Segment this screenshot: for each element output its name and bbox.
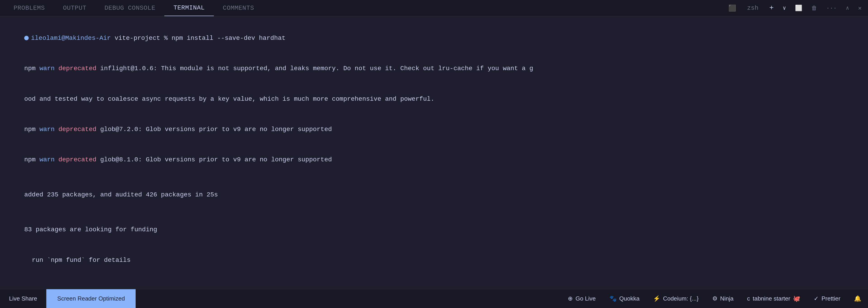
quokka-button[interactable]: 🐾 Quokka	[602, 289, 647, 308]
status-bar-right: ⊕ Go Live 🐾 Quokka ⚡ Codeium: {...} ⚙ Ni…	[561, 289, 868, 308]
prompt-user: ileolami@Makindes-Air	[31, 35, 111, 41]
screen-reader-button[interactable]: Screen Reader Optimized	[46, 289, 135, 308]
tabnine-icon: c	[747, 295, 750, 302]
terminal-chevron-icon[interactable]: ∨	[781, 3, 788, 13]
panel-up-icon[interactable]: ∧	[844, 3, 851, 13]
funding-line-2: run `npm fund` for details	[9, 245, 859, 275]
tab-comments[interactable]: COMMENTS	[214, 0, 263, 16]
warn-package-3: glob@7.2.0: Glob versions prior to v9 ar…	[100, 126, 332, 133]
warn-continuation-text-1: ood and tested way to coalesce async req…	[24, 95, 434, 103]
warn-continuation-1: ood and tested way to coalesce async req…	[9, 84, 859, 114]
deprecated-keyword-4: deprecated	[58, 156, 100, 163]
terminal-dot-blue	[24, 36, 29, 40]
status-bar-left: Live Share Screen Reader Optimized	[0, 289, 135, 308]
vuln-line: 8 low severity vulnerabilities	[9, 280, 859, 289]
status-bar: Live Share Screen Reader Optimized ⊕ Go …	[0, 289, 868, 308]
warn-line-3: npm warn deprecated glob@7.2.0: Glob ver…	[9, 114, 859, 145]
prettier-button[interactable]: ✓ Prettier	[807, 289, 847, 308]
ninja-icon: ⚙	[712, 295, 717, 302]
bell-button[interactable]: 🔔	[847, 289, 868, 308]
tabnine-emoji: 🐙	[793, 295, 800, 302]
npm-text-3: npm	[24, 126, 39, 133]
ninja-button[interactable]: ⚙ Ninja	[706, 289, 740, 308]
npm-text-1: npm	[24, 65, 39, 72]
codeium-button[interactable]: ⚡ Codeium: {...}	[646, 289, 706, 308]
live-share-button[interactable]: Live Share	[0, 289, 46, 308]
bell-icon: 🔔	[854, 295, 861, 302]
npm-text-4: npm	[24, 156, 39, 163]
warn-keyword-4: warn	[39, 156, 58, 163]
terminal-tab-actions: ⬛ zsh + ∨ ⬜ 🗑 ··· ∧ ✕	[726, 1, 864, 15]
new-terminal-button[interactable]: +	[767, 2, 775, 14]
shell-label: zsh	[743, 1, 762, 15]
tabnine-button[interactable]: c tabnine starter 🐙	[740, 289, 807, 308]
quokka-icon: 🐾	[610, 295, 617, 302]
go-live-button[interactable]: ⊕ Go Live	[561, 289, 602, 308]
summary-line: added 235 packages, and audited 426 pack…	[9, 180, 859, 210]
terminal-command-line: ileolami@Makindes-Air vite-project % npm…	[9, 23, 859, 53]
tab-problems[interactable]: PROBLEMS	[4, 0, 54, 16]
more-actions-icon[interactable]: ···	[825, 3, 839, 13]
deprecated-keyword-1: deprecated	[58, 65, 100, 72]
codeium-icon: ⚡	[653, 295, 660, 302]
warn-package-1: inflight@1.0.6: This module is not suppo…	[100, 65, 533, 72]
prompt-dir: vite-project	[111, 35, 160, 41]
deprecated-keyword-3: deprecated	[58, 126, 100, 133]
tab-debug-console[interactable]: DEBUG CONSOLE	[95, 0, 164, 16]
tab-bar: PROBLEMS OUTPUT DEBUG CONSOLE TERMINAL C…	[0, 0, 868, 16]
command-text: npm install --save-dev hardhat	[172, 35, 285, 41]
terminal-icon: ⬛	[726, 2, 738, 14]
tab-output[interactable]: OUTPUT	[54, 0, 95, 16]
warn-line-1: npm warn deprecated inflight@1.0.6: This…	[9, 53, 859, 84]
go-live-icon: ⊕	[568, 295, 573, 302]
prompt-symbol: %	[160, 35, 172, 41]
close-panel-button[interactable]: ✕	[856, 3, 864, 13]
funding-line-1: 83 packages are looking for funding	[9, 215, 859, 245]
warn-keyword-3: warn	[39, 126, 58, 133]
kill-terminal-button[interactable]: 🗑	[809, 3, 819, 13]
split-terminal-button[interactable]: ⬜	[793, 3, 804, 13]
warn-keyword-1: warn	[39, 65, 58, 72]
tab-terminal[interactable]: TERMINAL	[164, 0, 214, 16]
prettier-check-icon: ✓	[814, 295, 819, 302]
warn-package-4: glob@8.1.0: Glob versions prior to v9 ar…	[100, 156, 332, 163]
terminal-container[interactable]: ileolami@Makindes-Air vite-project % npm…	[0, 16, 868, 289]
warn-line-4: npm warn deprecated glob@8.1.0: Glob ver…	[9, 145, 859, 175]
